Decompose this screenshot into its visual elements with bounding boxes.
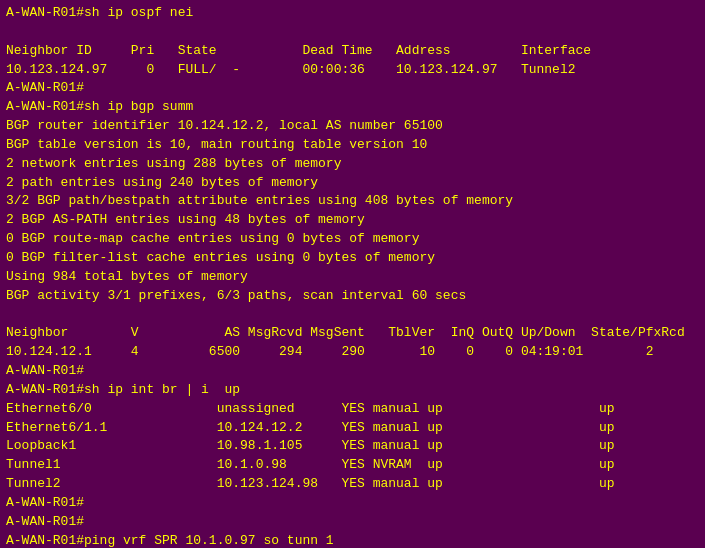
terminal-window[interactable]: A-WAN-R01#sh ip ospf nei Neighbor ID Pri… xyxy=(0,0,705,548)
